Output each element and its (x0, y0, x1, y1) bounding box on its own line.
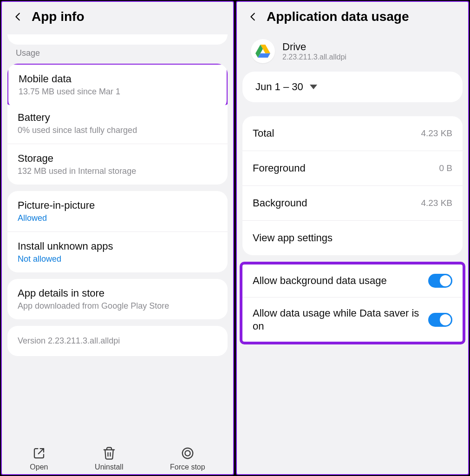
unknown-sub: Not allowed (18, 254, 217, 264)
battery-title: Battery (18, 112, 217, 124)
foreground-label: Foreground (253, 162, 306, 174)
chevron-down-icon (310, 84, 317, 90)
app-name: Drive (282, 41, 346, 53)
details-title: App details in store (18, 287, 217, 299)
pip-title: Picture-in-picture (18, 199, 217, 212)
app-info-screen: App info Usage Mobile data 13.75 MB used… (1, 1, 234, 475)
app-meta: Drive 2.23.211.3.all.alldpi (282, 41, 346, 61)
open-label: Open (30, 463, 48, 471)
datasaver-label: Allow data usage while Data saver is on (253, 307, 422, 332)
app-details-row[interactable]: App details in store App downloaded from… (7, 279, 228, 319)
permissions-card: Picture-in-picture Allowed Install unkno… (7, 191, 228, 272)
datasaver-switch[interactable] (428, 313, 452, 327)
foreground-row: Foreground 0 B (242, 151, 463, 186)
pip-sub: Allowed (18, 213, 217, 223)
bg-data-label: Allow background data usage (253, 274, 422, 287)
battery-sub: 0% used since last fully charged (18, 126, 217, 135)
mobile-data-row[interactable]: Mobile data 13.75 MB used since Mar 1 (7, 64, 228, 105)
foreground-value: 0 B (439, 163, 452, 173)
uninstall-label: Uninstall (95, 463, 123, 471)
svg-point-1 (185, 450, 190, 456)
mobile-data-sub: 13.75 MB used since Mar 1 (19, 87, 216, 97)
header: App info (2, 2, 233, 34)
card-cutoff (7, 34, 228, 45)
pip-row[interactable]: Picture-in-picture Allowed (7, 191, 228, 232)
unknown-title: Install unknown apps (18, 240, 217, 252)
data-usage-screen: Application data usage Drive 2.23.211.3.… (236, 1, 469, 475)
back-icon[interactable] (248, 12, 258, 22)
total-row: Total 4.23 KB (242, 116, 463, 151)
forcestop-label: Force stop (170, 463, 205, 471)
background-row: Background 4.23 KB (242, 186, 463, 221)
back-icon[interactable] (13, 12, 23, 22)
view-settings-row[interactable]: View app settings (242, 221, 463, 255)
details-sub: App downloaded from Google Play Store (18, 301, 217, 311)
drive-icon (251, 39, 275, 63)
page-title: App info (32, 9, 85, 24)
store-card: App details in store App downloaded from… (7, 279, 228, 319)
svg-point-0 (183, 448, 193, 459)
date-range-selector[interactable]: Jun 1 – 30 (242, 72, 463, 102)
forcestop-button[interactable]: Force stop (170, 446, 205, 471)
background-label: Background (253, 197, 307, 209)
usage-section-label: Usage (2, 45, 233, 64)
app-header: Drive 2.23.211.3.all.alldpi (237, 34, 468, 72)
bg-data-switch[interactable] (428, 274, 452, 288)
storage-title: Storage (18, 152, 217, 165)
mobile-data-title: Mobile data (19, 73, 216, 85)
usage-card: Mobile data 13.75 MB used since Mar 1 Ba… (7, 64, 228, 185)
total-label: Total (253, 127, 274, 139)
forcestop-icon (181, 446, 195, 460)
open-icon (32, 446, 46, 460)
toggles-card: Allow background data usage Allow data u… (242, 264, 463, 342)
open-button[interactable]: Open (30, 446, 48, 471)
bottom-actions: Open Uninstall Force stop (2, 443, 233, 474)
trash-icon (102, 446, 116, 460)
app-version: 2.23.211.3.all.alldpi (282, 53, 346, 61)
date-range-text: Jun 1 – 30 (255, 81, 303, 93)
page-title: Application data usage (267, 9, 409, 24)
stats-card: Total 4.23 KB Foreground 0 B Background … (242, 116, 463, 255)
battery-row[interactable]: Battery 0% used since last fully charged (7, 103, 228, 144)
storage-row[interactable]: Storage 132 MB used in Internal storage (7, 144, 228, 185)
unknown-apps-row[interactable]: Install unknown apps Not allowed (7, 232, 228, 272)
total-value: 4.23 KB (421, 128, 452, 139)
toggles-highlight: Allow background data usage Allow data u… (240, 262, 465, 344)
datasaver-toggle-row[interactable]: Allow data usage while Data saver is on (242, 298, 463, 342)
header: Application data usage (237, 2, 468, 34)
storage-sub: 132 MB used in Internal storage (18, 166, 217, 176)
version-card: Version 2.23.211.3.all.alldpi (7, 326, 228, 356)
background-value: 4.23 KB (421, 198, 452, 208)
view-settings-label: View app settings (253, 232, 333, 244)
uninstall-button[interactable]: Uninstall (95, 446, 123, 471)
bg-data-toggle-row[interactable]: Allow background data usage (242, 264, 463, 298)
version-text: Version 2.23.211.3.all.alldpi (18, 336, 120, 345)
